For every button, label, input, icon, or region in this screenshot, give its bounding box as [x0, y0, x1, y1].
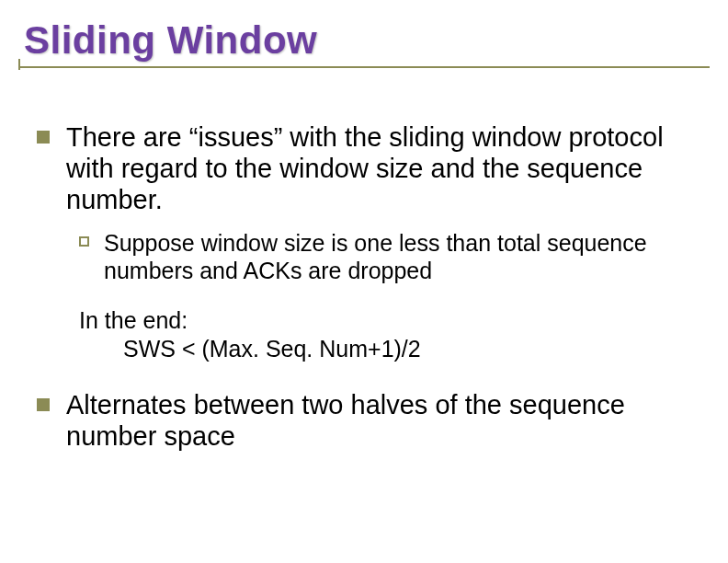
- conclusion-line2: SWS < (Max. Seq. Num+1)/2: [79, 335, 691, 363]
- square-bullet-icon: [37, 398, 50, 411]
- slide-body: There are “issues” with the sliding wind…: [37, 121, 691, 464]
- slide-title: Sliding Window: [18, 18, 710, 63]
- bullet-text: There are “issues” with the sliding wind…: [66, 121, 691, 216]
- bullet-level2: Suppose window size is one less than tot…: [79, 229, 691, 284]
- bullet-level1: There are “issues” with the sliding wind…: [37, 121, 691, 216]
- underline-tick: [18, 59, 20, 70]
- sub-bullet-text: Suppose window size is one less than tot…: [104, 229, 691, 284]
- title-underline: [18, 66, 710, 68]
- slide: Sliding Window There are “issues” with t…: [0, 0, 728, 563]
- conclusion-line1: In the end:: [79, 307, 188, 333]
- hollow-square-bullet-icon: [79, 236, 89, 247]
- square-bullet-icon: [37, 131, 50, 144]
- bullet-level1: Alternates between two halves of the seq…: [37, 389, 691, 452]
- title-area: Sliding Window: [18, 18, 710, 68]
- conclusion-block: In the end: SWS < (Max. Seq. Num+1)/2: [79, 306, 691, 364]
- bullet-text: Alternates between two halves of the seq…: [66, 389, 691, 452]
